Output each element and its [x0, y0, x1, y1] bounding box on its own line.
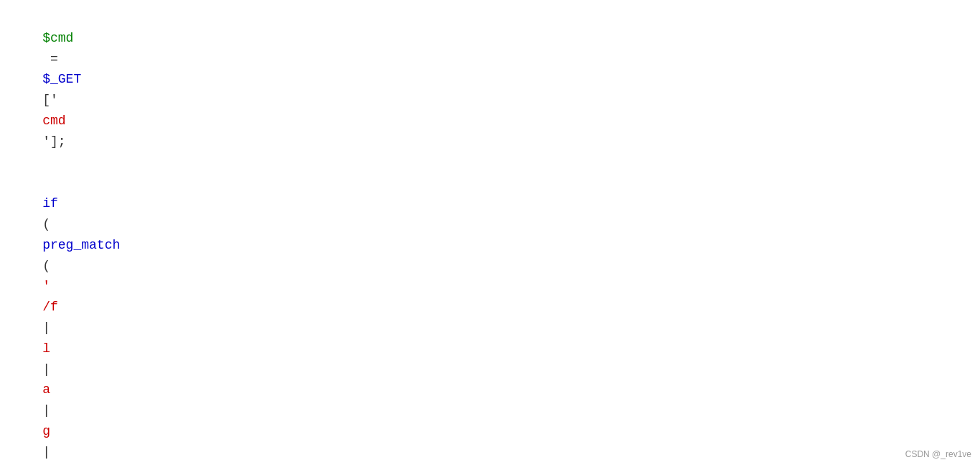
code-line-1: $cmd = $_GET [' cmd '];	[11, 7, 969, 172]
csdn-watermark: CSDN @_rev1ve	[905, 449, 971, 459]
code-area: $cmd = $_GET [' cmd ']; if ( preg_match …	[0, 0, 980, 465]
code-line-2: if ( preg_match ( ' /f | l | a | g | \* …	[11, 172, 969, 465]
